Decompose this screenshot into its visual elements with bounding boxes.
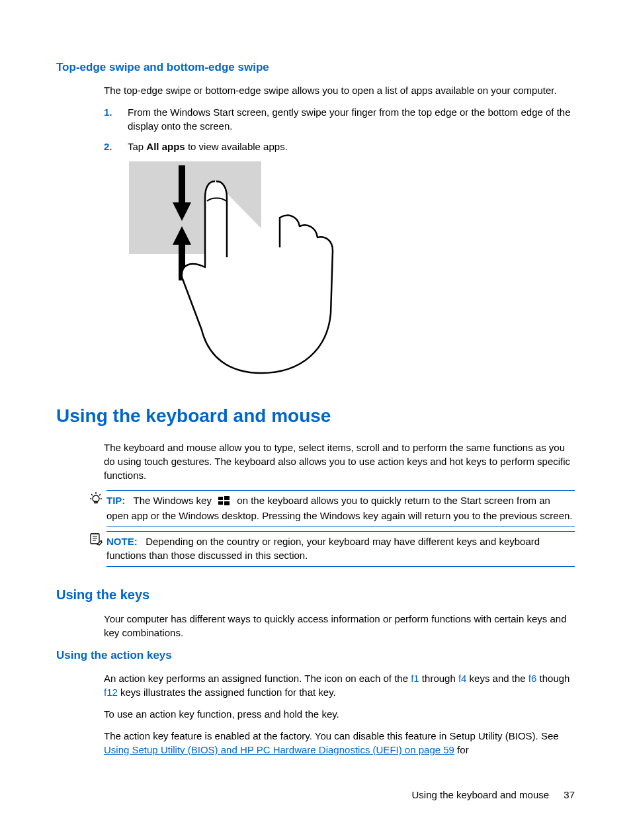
action-keys-p3: The action key feature is enabled at the… — [104, 729, 575, 757]
key-f4: f4 — [458, 673, 467, 684]
step-text-before: Tap — [128, 141, 146, 152]
step-number: 1. — [104, 105, 112, 119]
text-fragment: for — [454, 744, 469, 755]
step-text-after: to view available apps. — [185, 141, 288, 152]
text-fragment: through — [419, 673, 458, 684]
svg-line-10 — [91, 494, 93, 495]
tip-icon — [89, 491, 103, 505]
note-label: NOTE: — [106, 536, 138, 547]
intro-keyboard-mouse: The keyboard and mouse allow you to type… — [104, 441, 575, 482]
text-fragment: keys illustrates the assigned function f… — [118, 687, 336, 698]
section-using-keys: Using the keys Your computer has differe… — [56, 585, 575, 640]
windows-key-icon — [218, 495, 230, 509]
page-number: 37 — [564, 789, 575, 800]
gesture-illustration — [129, 161, 575, 383]
step-text-bold: All apps — [146, 141, 185, 152]
svg-rect-14 — [218, 497, 223, 500]
svg-rect-16 — [218, 501, 223, 505]
text-fragment: though — [536, 673, 569, 684]
section-edge-swipe: Top-edge swipe and bottom-edge swipe The… — [56, 60, 575, 383]
text-fragment: An action key performs an assigned funct… — [104, 673, 411, 684]
text-fragment: The action key feature is enabled at the… — [104, 730, 559, 741]
action-keys-p1: An action key performs an assigned funct… — [104, 671, 575, 699]
footer-title: Using the keyboard and mouse — [412, 789, 550, 800]
tip-label: TIP: — [106, 495, 125, 506]
page-footer: Using the keyboard and mouse 37 — [412, 788, 575, 802]
section-action-keys: Using the action keys An action key perf… — [56, 648, 575, 757]
step-number: 2. — [104, 140, 112, 153]
note-icon — [89, 532, 103, 546]
tip-text-before: The Windows key — [134, 495, 212, 506]
step-2: 2. Tap All apps to view available apps. — [104, 140, 575, 153]
link-setup-utility[interactable]: Using Setup Utility (BIOS) and HP PC Har… — [104, 744, 454, 755]
tip-callout: TIP: The Windows key on the keyboard all… — [92, 490, 575, 527]
heading-keyboard-mouse: Using the keyboard and mouse — [56, 403, 575, 429]
key-f12: f12 — [104, 687, 118, 698]
key-f1: f1 — [411, 673, 419, 684]
note-text: Depending on the country or region, your… — [106, 536, 540, 561]
steps-list: 1. From the Windows Start screen, gently… — [104, 105, 575, 153]
svg-rect-15 — [224, 496, 230, 500]
intro-using-keys: Your computer has different ways to quic… — [104, 612, 575, 640]
key-f6: f6 — [528, 673, 537, 684]
heading-edge-swipe: Top-edge swipe and bottom-edge swipe — [56, 60, 575, 75]
action-keys-p2: To use an action key function, press and… — [104, 707, 575, 721]
note-callout: NOTE: Depending on the country or region… — [92, 531, 575, 567]
intro-edge-swipe: The top-edge swipe or bottom-edge swipe … — [104, 83, 575, 97]
heading-action-keys: Using the action keys — [56, 648, 575, 663]
svg-line-11 — [99, 494, 101, 495]
svg-rect-17 — [224, 501, 230, 505]
text-fragment: keys and the — [466, 673, 528, 684]
heading-using-keys: Using the keys — [56, 585, 575, 604]
step-text: From the Windows Start screen, gently sw… — [128, 106, 571, 132]
section-keyboard-mouse: Using the keyboard and mouse The keyboar… — [56, 403, 575, 567]
step-1: 1. From the Windows Start screen, gently… — [104, 105, 575, 133]
